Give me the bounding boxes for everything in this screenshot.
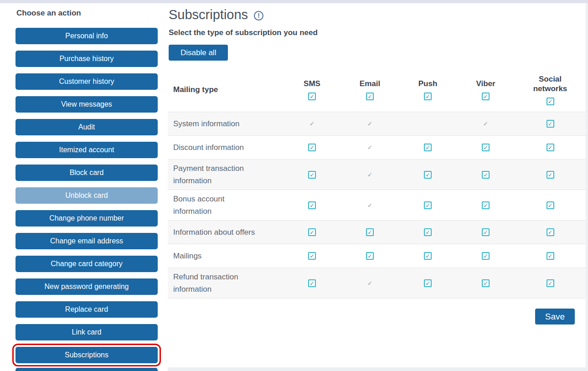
channel-header-viber: Viber✓ bbox=[457, 67, 515, 112]
cell-system-information-email: ✓ bbox=[341, 120, 399, 127]
channel-checkbox-email[interactable]: ✓ bbox=[366, 93, 374, 100]
row-label: System information bbox=[173, 118, 240, 130]
disable-all-button[interactable]: Disable all bbox=[169, 45, 228, 61]
cell-payment-transaction-information-viber: ✓ bbox=[457, 171, 515, 179]
channel-checkbox-sms[interactable]: ✓ bbox=[308, 93, 316, 100]
checkbox-tick: ✓ bbox=[483, 203, 488, 208]
checkbox-discount-information-push[interactable]: ✓ bbox=[424, 144, 432, 151]
cell-refund-transaction-information-viber: ✓ bbox=[457, 279, 515, 287]
checkbox-payment-transaction-information-sms[interactable]: ✓ bbox=[308, 171, 316, 179]
checkbox-payment-transaction-information-viber[interactable]: ✓ bbox=[482, 171, 490, 179]
checkbox-refund-transaction-information-social-networks[interactable]: ✓ bbox=[547, 279, 554, 287]
checkbox-refund-transaction-information-push[interactable]: ✓ bbox=[424, 279, 432, 287]
row-label-cell: Bonus account information bbox=[168, 193, 283, 217]
row-label: Mailings bbox=[173, 250, 201, 262]
channel-checkbox-social-networks[interactable]: ✓ bbox=[547, 98, 554, 105]
checkbox-discount-information-viber[interactable]: ✓ bbox=[482, 144, 490, 151]
checkbox-tick: ✓ bbox=[367, 230, 372, 235]
checkbox-tick: ✓ bbox=[309, 281, 314, 286]
checkbox-mailings-sms[interactable]: ✓ bbox=[308, 252, 316, 260]
checkbox-mailings-social-networks[interactable]: ✓ bbox=[547, 252, 554, 260]
checkbox-tick: ✓ bbox=[548, 99, 552, 104]
checkbox-tick: ✓ bbox=[548, 281, 552, 286]
checkbox-bonus-account-information-push[interactable]: ✓ bbox=[424, 201, 432, 209]
table-row-payment-transaction-information: Payment transaction information✓✓✓✓✓ bbox=[168, 160, 586, 190]
action-sidebar: Choose an action Personal infoPurchase h… bbox=[15, 8, 158, 363]
checkbox-information-about-offers-email[interactable]: ✓ bbox=[366, 228, 374, 236]
checkbox-information-about-offers-push[interactable]: ✓ bbox=[424, 228, 432, 236]
table-row-information-about-offers: Information about offers✓✓✓✓✓ bbox=[168, 221, 586, 244]
checkbox-bonus-account-information-viber[interactable]: ✓ bbox=[482, 201, 490, 209]
sidebar-item-view-messages[interactable]: View messages bbox=[15, 96, 158, 113]
cell-mailings-push: ✓ bbox=[399, 252, 457, 260]
checkbox-tick: ✓ bbox=[483, 253, 488, 259]
readonly-check-icon: ✓ bbox=[309, 120, 315, 127]
channel-label: SMS bbox=[304, 79, 320, 88]
channel-checkbox-push[interactable]: ✓ bbox=[424, 93, 432, 100]
title-row: Subscriptions ! bbox=[169, 7, 586, 22]
cell-bonus-account-information-social-networks: ✓ bbox=[515, 201, 586, 209]
checkbox-tick: ✓ bbox=[548, 172, 552, 178]
cell-payment-transaction-information-push: ✓ bbox=[399, 171, 457, 179]
sidebar-item-block-card[interactable]: Block card bbox=[15, 165, 158, 181]
readonly-check-icon: ✓ bbox=[367, 280, 372, 287]
sidebar-item-subscriptions[interactable]: Subscriptions bbox=[15, 347, 158, 363]
checkbox-refund-transaction-information-viber[interactable]: ✓ bbox=[482, 279, 490, 287]
checkbox-tick: ✓ bbox=[483, 172, 488, 178]
channel-checkbox-viber[interactable]: ✓ bbox=[482, 93, 490, 100]
checkbox-tick: ✓ bbox=[548, 253, 552, 259]
checkbox-tick: ✓ bbox=[367, 94, 372, 99]
checkbox-bonus-account-information-sms[interactable]: ✓ bbox=[308, 201, 316, 209]
checkbox-information-about-offers-social-networks[interactable]: ✓ bbox=[547, 228, 554, 236]
sidebar-item-audit[interactable]: Audit bbox=[15, 119, 158, 135]
checkbox-payment-transaction-information-social-networks[interactable]: ✓ bbox=[547, 171, 554, 179]
sidebar-item-purchase-history[interactable]: Purchase history bbox=[15, 51, 158, 67]
table-header-row: Mailing type SMS✓Email✓Push✓Viber✓Social… bbox=[168, 67, 586, 112]
sidebar-item-customer-history[interactable]: Customer history bbox=[15, 73, 158, 90]
sidebar-item-partial[interactable] bbox=[15, 368, 158, 371]
checkbox-information-about-offers-sms[interactable]: ✓ bbox=[308, 228, 316, 236]
checkbox-payment-transaction-information-push[interactable]: ✓ bbox=[424, 171, 432, 179]
cell-bonus-account-information-sms: ✓ bbox=[283, 201, 341, 209]
checkbox-tick: ✓ bbox=[548, 230, 552, 235]
checkbox-mailings-email[interactable]: ✓ bbox=[366, 252, 374, 260]
checkbox-discount-information-social-networks[interactable]: ✓ bbox=[547, 144, 554, 151]
row-label: Information about offers bbox=[173, 226, 255, 238]
info-icon[interactable]: ! bbox=[254, 11, 263, 21]
page-right-strip bbox=[586, 3, 588, 371]
checkbox-refund-transaction-information-sms[interactable]: ✓ bbox=[308, 279, 316, 287]
checkbox-tick: ✓ bbox=[548, 203, 552, 208]
checkbox-tick: ✓ bbox=[425, 230, 430, 235]
save-button[interactable]: Save bbox=[535, 309, 575, 325]
checkbox-bonus-account-information-social-networks[interactable]: ✓ bbox=[547, 201, 554, 209]
row-label: Payment transaction information bbox=[173, 162, 264, 187]
table-body: System information✓✓✓✓Discount informati… bbox=[168, 112, 586, 299]
checkbox-tick: ✓ bbox=[425, 172, 430, 178]
checkbox-mailings-viber[interactable]: ✓ bbox=[482, 252, 490, 260]
checkbox-mailings-push[interactable]: ✓ bbox=[424, 252, 432, 260]
checkbox-information-about-offers-viber[interactable]: ✓ bbox=[482, 228, 490, 236]
checkbox-tick: ✓ bbox=[309, 253, 314, 259]
channel-header-email: Email✓ bbox=[341, 67, 399, 112]
sidebar-item-change-email-address[interactable]: Change email address bbox=[15, 233, 158, 249]
checkbox-discount-information-sms[interactable]: ✓ bbox=[308, 144, 316, 151]
sidebar-item-itemized-account[interactable]: Itemized account bbox=[15, 142, 158, 158]
subscriptions-panel: Subscriptions ! Select the type of subsc… bbox=[169, 7, 586, 325]
subscriptions-table: Mailing type SMS✓Email✓Push✓Viber✓Social… bbox=[168, 67, 586, 299]
channel-header-sms: SMS✓ bbox=[283, 67, 341, 112]
sidebar-item-change-phone-number[interactable]: Change phone number bbox=[15, 210, 158, 227]
sidebar-item-new-password-generating[interactable]: New password generating bbox=[15, 278, 158, 295]
page-top-strip bbox=[0, 0, 588, 3]
sidebar-item-replace-card[interactable]: Replace card bbox=[15, 301, 158, 318]
checkbox-tick: ✓ bbox=[483, 145, 488, 150]
checkbox-system-information-social-networks[interactable]: ✓ bbox=[547, 120, 554, 128]
sidebar-item-link-card[interactable]: Link card bbox=[15, 324, 158, 340]
checkbox-tick: ✓ bbox=[425, 94, 430, 99]
cell-refund-transaction-information-sms: ✓ bbox=[283, 279, 341, 287]
channel-label: Push bbox=[418, 79, 438, 88]
table-row-discount-information: Discount information✓✓✓✓✓ bbox=[168, 136, 586, 160]
sidebar-item-personal-info[interactable]: Personal info bbox=[15, 28, 158, 44]
sidebar-item-unblock-card[interactable]: Unblock card bbox=[15, 187, 158, 204]
sidebar-item-change-card-category[interactable]: Change card category bbox=[15, 256, 158, 272]
cell-refund-transaction-information-email: ✓ bbox=[341, 280, 399, 287]
